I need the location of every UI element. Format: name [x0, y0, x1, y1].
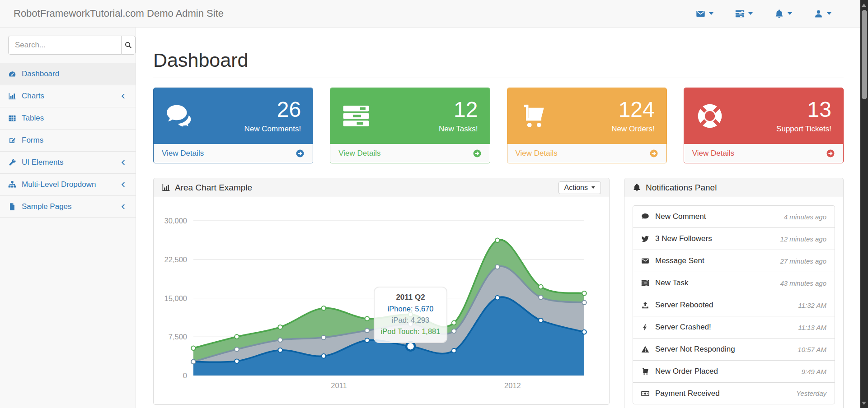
stat-card-new-comments: 26New Comments!View Details: [153, 88, 313, 163]
stat-card-support-tickets: 13Support Tickets!View Details: [684, 88, 844, 163]
tasks-icon: [735, 9, 745, 19]
sidebar-item-sample-pages[interactable]: Sample Pages: [0, 195, 136, 218]
browser-scrollbar[interactable]: [860, 0, 868, 408]
notification-label: 3 New Followers: [655, 234, 712, 243]
notifications-list: New Comment4 minutes ago3 New Followers1…: [633, 205, 835, 404]
angle-left-icon: [119, 158, 127, 167]
view-details-link[interactable]: View Details: [330, 144, 489, 163]
notification-item-payment-received[interactable]: Payment ReceivedYesterday: [633, 382, 835, 404]
notification-item-server-not-responding[interactable]: Server Not Responding10:57 AM: [633, 338, 835, 360]
area-chart-panel-title-wrap: Area Chart Example: [162, 183, 252, 193]
sidebar-item-tables[interactable]: Tables: [0, 107, 136, 129]
stat-card-top: 13Support Tickets!: [684, 88, 843, 144]
cart-icon: [641, 367, 655, 376]
search-icon: [124, 41, 132, 49]
notification-time: 11:32 AM: [798, 301, 826, 309]
navbar-dropdown-user[interactable]: [803, 9, 842, 19]
navbar-dropdown-envelope[interactable]: [685, 9, 724, 19]
scrollbar-up-icon[interactable]: [862, 4, 866, 7]
navbar-dropdown-bell[interactable]: [764, 9, 803, 19]
sidebar-item-charts[interactable]: Charts: [0, 85, 136, 107]
stat-card-numbers: 12New Tasks!: [439, 98, 478, 133]
notification-item-message-sent[interactable]: Message Sent27 minutes ago: [633, 250, 835, 272]
notification-item-new-order-placed[interactable]: New Order Placed9:49 AM: [633, 360, 835, 382]
stat-card-top: 12New Tasks!: [330, 88, 489, 144]
notification-item-3-new-followers[interactable]: 3 New Followers12 minutes ago: [633, 227, 835, 250]
notifications-panel-title: Notifications Panel: [646, 183, 717, 193]
caret-down-icon: [788, 12, 792, 15]
svg-text:7,500: 7,500: [169, 333, 187, 341]
navbar-dropdown-tasks[interactable]: [724, 9, 764, 19]
view-details-link[interactable]: View Details: [684, 144, 843, 163]
view-details-label: View Details: [516, 149, 558, 158]
notifications-body: New Comment4 minutes ago3 New Followers1…: [624, 197, 843, 408]
stat-card-new-orders: 124New Orders!View Details: [507, 88, 667, 163]
sidebar-search: [8, 36, 127, 55]
actions-dropdown-button[interactable]: Actions: [558, 181, 601, 194]
user-icon: [814, 9, 823, 19]
page-title: Dashboard: [153, 49, 844, 71]
area-chart-panel-title: Area Chart Example: [175, 183, 252, 193]
sidebar-item-dashboard[interactable]: Dashboard: [0, 63, 136, 85]
notification-label: Payment Received: [655, 389, 720, 398]
bolt-icon: [641, 323, 655, 331]
scrollbar-thumb[interactable]: [862, 10, 867, 99]
bell-icon: [774, 9, 784, 19]
notification-item-server-crashed[interactable]: Server Crashed!11:13 AM: [633, 316, 835, 338]
view-details-link[interactable]: View Details: [507, 144, 666, 163]
sidebar-item-ui-elements[interactable]: UI Elements: [0, 151, 136, 173]
table-icon: [8, 114, 22, 122]
arrow-circle-right-icon: [826, 149, 835, 158]
area-chart: 07,50015,00022,50030,00020112012: [154, 197, 609, 404]
notification-label: New Order Placed: [655, 367, 718, 376]
twitter-icon: [641, 235, 655, 243]
notification-time: 10:57 AM: [798, 346, 826, 353]
stat-card-label: New Orders!: [611, 125, 654, 134]
tasks-icon: [342, 102, 370, 130]
sitemap-icon: [8, 181, 22, 189]
panels-row: Area Chart Example Actions 07,50015,0002…: [153, 178, 844, 408]
sidebar-item-label: Charts: [22, 92, 119, 101]
caret-down-icon: [827, 12, 831, 15]
actions-dropdown-label: Actions: [564, 184, 588, 192]
notification-item-server-rebooted[interactable]: Server Rebooted11:32 AM: [633, 294, 835, 316]
stat-card-top: 124New Orders!: [507, 88, 666, 144]
page-header: Dashboard: [153, 49, 844, 78]
view-details-label: View Details: [692, 149, 734, 158]
stat-card-top: 26New Comments!: [154, 88, 313, 144]
notification-label: New Task: [655, 278, 688, 287]
notification-time: 43 minutes ago: [780, 279, 826, 287]
cart-icon: [519, 102, 547, 130]
stat-cards-row: 26New Comments!View Details12New Tasks!V…: [153, 88, 844, 163]
notification-time: 27 minutes ago: [780, 257, 826, 265]
bell-icon: [633, 183, 641, 192]
view-details-link[interactable]: View Details: [154, 144, 313, 163]
search-button[interactable]: [121, 36, 136, 55]
stat-card-label: New Comments!: [244, 125, 301, 134]
arrow-circle-right-icon: [473, 149, 482, 158]
notification-time: 4 minutes ago: [784, 213, 826, 221]
notification-item-new-comment[interactable]: New Comment4 minutes ago: [633, 205, 835, 227]
sidebar-item-label: Multi-Level Dropdown: [22, 180, 119, 189]
warning-icon: [641, 345, 655, 353]
stat-card-value: 13: [776, 98, 831, 121]
arrow-circle-right-icon: [649, 149, 658, 158]
sidebar: DashboardChartsTablesFormsUI ElementsMul…: [0, 28, 136, 408]
wrench-icon: [8, 158, 22, 167]
scrollbar-down-icon[interactable]: [862, 402, 866, 405]
sidebar-item-label: Forms: [22, 136, 127, 145]
upload-icon: [641, 301, 655, 309]
navbar-dropdowns: [685, 9, 842, 19]
notification-label: Message Sent: [655, 256, 704, 265]
notification-item-new-task[interactable]: New Task43 minutes ago: [633, 272, 835, 294]
search-input[interactable]: [8, 36, 121, 55]
arrow-circle-right-icon: [296, 149, 305, 158]
sidebar-item-multi-level-dropdown[interactable]: Multi-Level Dropdown: [0, 173, 136, 195]
sidebar-item-label: Tables: [22, 114, 127, 123]
svg-text:15,000: 15,000: [164, 294, 187, 302]
sidebar-item-forms[interactable]: Forms: [0, 129, 136, 151]
top-navbar: RobotFrameworkTutorial.com Demo Admin Si…: [0, 0, 860, 28]
area-chart-panel: Area Chart Example Actions 07,50015,0002…: [153, 178, 610, 405]
bar-chart-icon: [8, 92, 22, 100]
notification-label: New Comment: [655, 212, 706, 221]
